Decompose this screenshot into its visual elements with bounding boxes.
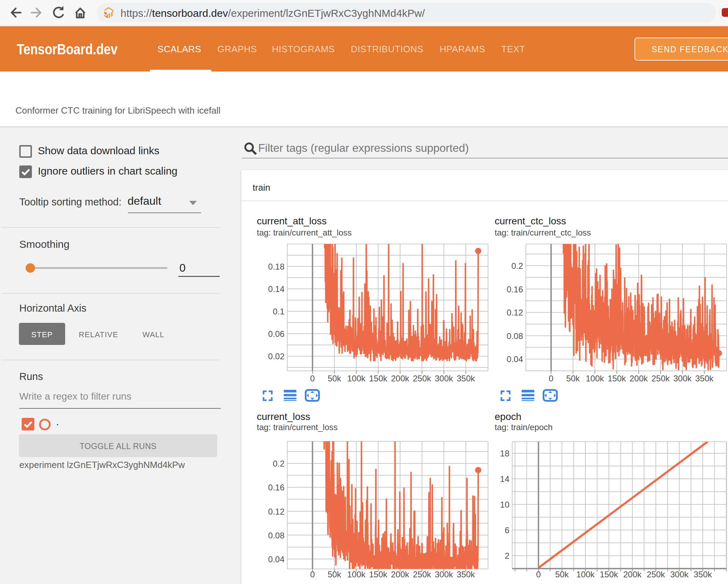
svg-text:150k: 150k [607,374,626,383]
svg-text:150k: 150k [369,374,387,383]
svg-text:300k: 300k [670,570,689,579]
svg-text:0.08: 0.08 [507,331,523,341]
svg-text:250k: 250k [413,374,431,383]
svg-text:50k: 50k [328,570,342,579]
svg-text:150k: 150k [600,570,618,579]
svg-text:100k: 100k [347,374,366,383]
svg-text:100k: 100k [576,570,595,579]
svg-text:0.2: 0.2 [273,459,284,468]
svg-text:250k: 250k [647,570,665,579]
svg-text:350k: 350k [694,570,712,579]
svg-text:0: 0 [310,374,315,383]
svg-text:18: 18 [500,449,509,458]
svg-text:0.04: 0.04 [268,555,284,564]
svg-text:200k: 200k [391,374,410,383]
svg-text:14: 14 [500,474,509,484]
svg-text:200k: 200k [630,374,648,383]
svg-text:350k: 350k [695,374,714,383]
svg-text:50k: 50k [555,570,569,579]
svg-text:350k: 350k [456,374,475,383]
svg-text:0.08: 0.08 [268,531,284,540]
svg-text:0.14: 0.14 [268,284,284,294]
svg-text:0: 0 [549,374,553,383]
svg-text:300k: 300k [673,374,692,383]
svg-text:250k: 250k [651,374,670,383]
svg-text:200k: 200k [391,570,410,579]
svg-text:200k: 200k [623,570,642,579]
svg-text:100k: 100k [586,374,604,383]
svg-text:250k: 250k [413,570,431,579]
svg-text:50k: 50k [566,374,580,383]
svg-text:0.04: 0.04 [507,354,523,364]
svg-text:0.1: 0.1 [273,307,284,316]
svg-text:350k: 350k [456,570,475,579]
svg-text:50k: 50k [328,374,342,383]
svg-text:0: 0 [310,570,315,579]
svg-text:2: 2 [505,551,509,561]
svg-text:0.12: 0.12 [507,308,523,317]
svg-text:0.16: 0.16 [268,483,284,492]
svg-text:300k: 300k [435,570,453,579]
svg-text:0.2: 0.2 [511,261,523,271]
svg-text:6: 6 [505,525,509,535]
svg-text:10: 10 [500,500,509,509]
svg-text:100k: 100k [347,570,366,579]
svg-text:0.18: 0.18 [268,262,284,271]
svg-text:0.12: 0.12 [268,507,284,516]
svg-text:0.02: 0.02 [268,352,284,361]
svg-text:0.16: 0.16 [507,285,523,294]
svg-text:0.06: 0.06 [268,329,284,339]
svg-text:150k: 150k [369,570,387,579]
svg-text:0: 0 [536,570,541,579]
svg-text:300k: 300k [435,374,453,383]
